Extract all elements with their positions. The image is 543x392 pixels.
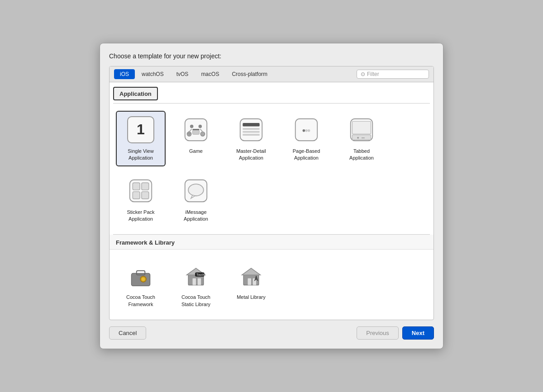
filter-icon: ⊙ <box>361 71 365 77</box>
single-view-label: Single ViewApplication <box>128 148 153 162</box>
svg-rect-28 <box>133 191 140 198</box>
svg-point-1 <box>190 125 193 128</box>
application-section-header-wrap: Application <box>110 82 433 103</box>
svg-rect-45 <box>248 279 251 285</box>
svg-rect-12 <box>243 123 259 126</box>
previous-button[interactable]: Previous <box>357 326 399 340</box>
framework-grid: Cocoa TouchFramework Touch C <box>110 250 433 320</box>
master-detail-icon <box>237 115 266 144</box>
metal-library-label: Metal Library <box>237 294 266 301</box>
svg-rect-13 <box>243 128 259 130</box>
single-view-icon: 1 <box>126 115 155 144</box>
navigation-buttons: Previous Next <box>357 326 434 340</box>
sticker-pack-icon <box>126 176 155 205</box>
svg-rect-39 <box>193 279 196 285</box>
imessage-label: iMessageApplication <box>184 209 208 223</box>
next-button[interactable]: Next <box>402 326 434 340</box>
svg-rect-29 <box>142 191 149 198</box>
svg-rect-40 <box>198 279 201 285</box>
template-master-detail[interactable]: Master-DetailApplication <box>226 111 276 166</box>
template-metal-library[interactable]: Metal Library <box>226 257 276 312</box>
tabbed-icon: ★ ••• <box>347 115 376 144</box>
tab-cross-platform[interactable]: Cross-platform <box>226 69 273 79</box>
svg-text:Touch: Touch <box>196 273 205 276</box>
dialog-title: Choose a template for your new project: <box>109 52 434 60</box>
cancel-button[interactable]: Cancel <box>109 326 146 340</box>
template-cocoa-touch-lib[interactable]: Touch Cocoa TouchStatic Library <box>171 257 221 312</box>
svg-point-17 <box>303 129 305 132</box>
svg-marker-44 <box>242 269 260 275</box>
application-grid: 1 Single ViewApplication <box>110 104 433 235</box>
svg-point-2 <box>199 125 202 128</box>
tab-macos[interactable]: macOS <box>195 69 225 79</box>
imessage-icon <box>181 176 210 205</box>
framework-section-label: Framework & Library <box>116 239 175 246</box>
svg-text:★: ★ <box>357 136 359 139</box>
svg-rect-26 <box>133 183 140 190</box>
svg-point-18 <box>305 129 308 132</box>
template-game[interactable]: Game <box>171 111 221 166</box>
filter-box[interactable]: ⊙ Filter <box>357 70 429 79</box>
cocoa-touch-fw-icon <box>126 261 155 290</box>
page-based-icon <box>292 115 321 144</box>
cocoa-touch-lib-label: Cocoa TouchStatic Library <box>181 294 210 308</box>
tab-tvos[interactable]: tvOS <box>171 69 195 79</box>
cocoa-touch-fw-label: Cocoa TouchFramework <box>126 294 155 308</box>
filter-placeholder: Filter <box>367 71 379 77</box>
svg-rect-10 <box>193 130 200 134</box>
svg-text:•••: ••• <box>362 136 365 139</box>
svg-rect-7 <box>187 132 191 134</box>
svg-point-36 <box>142 278 145 281</box>
game-icon <box>181 115 210 144</box>
metal-library-icon <box>237 261 266 290</box>
template-cocoa-touch-fw[interactable]: Cocoa TouchFramework <box>116 257 166 312</box>
svg-point-5 <box>200 132 205 136</box>
cocoa-touch-lib-icon: Touch <box>181 261 210 290</box>
tabbed-label: TabbedApplication <box>349 148 374 162</box>
template-dialog: Choose a template for your new project: … <box>100 43 443 349</box>
template-imessage[interactable]: iMessageApplication <box>171 172 221 227</box>
svg-rect-21 <box>352 121 371 134</box>
tab-ios[interactable]: iOS <box>114 69 135 79</box>
template-tabbed[interactable]: ★ ••• TabbedApplication <box>337 111 386 166</box>
svg-rect-15 <box>243 134 259 136</box>
content-area: iOS watchOS tvOS macOS Cross-platform ⊙ … <box>109 66 434 320</box>
template-page-based[interactable]: Page-BasedApplication <box>281 111 331 166</box>
page-based-label: Page-BasedApplication <box>293 148 320 162</box>
application-section-label: Application <box>119 90 152 97</box>
svg-rect-14 <box>243 131 259 133</box>
game-label: Game <box>189 148 203 155</box>
template-single-view[interactable]: 1 Single ViewApplication <box>116 111 166 166</box>
bottom-bar: Cancel Previous Next <box>109 326 434 340</box>
svg-point-31 <box>188 184 204 196</box>
master-detail-label: Master-DetailApplication <box>236 148 266 162</box>
sticker-pack-label: Sticker PackApplication <box>127 209 154 223</box>
tabs-bar: iOS watchOS tvOS macOS Cross-platform ⊙ … <box>110 66 433 82</box>
template-sticker-pack[interactable]: Sticker PackApplication <box>116 172 166 227</box>
svg-point-19 <box>308 129 310 132</box>
tab-watchos[interactable]: watchOS <box>136 69 170 79</box>
svg-rect-27 <box>142 183 149 190</box>
